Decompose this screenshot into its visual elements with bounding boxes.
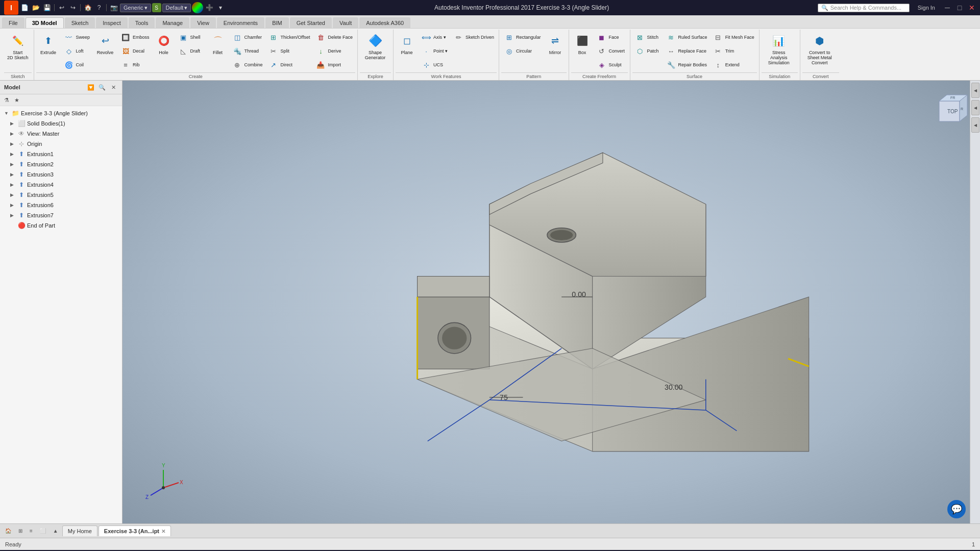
ruled-surface-button[interactable]: ≋ Ruled Surface xyxy=(664,31,710,44)
stitch-button[interactable]: ⊠ Stitch xyxy=(632,31,663,44)
shell-button[interactable]: ▣ Shell xyxy=(176,31,206,44)
default-dropdown-icon[interactable]: ▾ xyxy=(184,5,187,11)
expander-solid-bodies[interactable]: ▶ xyxy=(10,121,17,126)
undo-button[interactable]: ↩ xyxy=(57,3,67,13)
bookmark-icon[interactable]: ★ xyxy=(12,95,21,105)
tree-item-extrusion2[interactable]: ▶ ⬆ Extrusion2 xyxy=(0,159,122,169)
box-button[interactable]: ⬛ Box xyxy=(571,31,594,57)
close-panel-button[interactable]: ✕ xyxy=(109,83,118,92)
app-menu-button[interactable]: I xyxy=(4,1,18,15)
stress-analysis-button[interactable]: 📊 StressAnalysisSimulation xyxy=(762,31,796,67)
tab-inspect[interactable]: Inspect xyxy=(96,17,127,28)
fillet-button[interactable]: ⌒ Fillet xyxy=(207,31,229,57)
tab-environments[interactable]: Environments xyxy=(217,17,264,28)
tab-manage[interactable]: Manage xyxy=(156,17,189,28)
rs-button-1[interactable]: ◀ xyxy=(971,83,979,98)
revolve-button[interactable]: ↩ Revolve xyxy=(93,31,117,57)
tab-sketch[interactable]: Sketch xyxy=(65,17,95,28)
emboss-button[interactable]: 🔲 Emboss xyxy=(118,31,152,44)
point-button[interactable]: · Point ▾ xyxy=(419,44,450,58)
patch-button[interactable]: ⬡ Patch xyxy=(632,44,663,58)
convert-sheet-metal-button[interactable]: ⬢ Convert toSheet MetalConvert xyxy=(802,31,837,67)
expander-extrusion7[interactable]: ▶ xyxy=(10,213,17,218)
open-button[interactable]: 📂 xyxy=(31,3,41,13)
rib-button[interactable]: ≡ Rib xyxy=(118,58,152,71)
trim-button[interactable]: ✂ Trim xyxy=(710,44,757,58)
repair-bodies-button[interactable]: 🔧 Repair Bodies xyxy=(664,58,710,71)
tree-item-extrusion3[interactable]: ▶ ⬆ Extrusion3 xyxy=(0,169,122,180)
tab-bim[interactable]: BIM xyxy=(265,17,289,28)
camera-button[interactable]: 📷 xyxy=(109,3,119,13)
tab-expand-icon[interactable]: ⬜ xyxy=(37,526,49,536)
sweep-button[interactable]: 〰 Sweep xyxy=(61,31,93,44)
tree-item-extrusion1[interactable]: ▶ ⬆ Extrusion1 xyxy=(0,149,122,159)
draft-button[interactable]: ◺ Draft xyxy=(176,44,206,58)
tab-autodesk-a360[interactable]: Autodesk A360 xyxy=(359,17,410,28)
tab-vault[interactable]: Vault xyxy=(333,17,358,28)
loft-button[interactable]: ◇ Loft xyxy=(61,44,93,58)
chamfer-button[interactable]: ◫ Chamfer xyxy=(230,31,265,44)
hole-button[interactable]: ⭕ Hole xyxy=(153,31,175,57)
expander-root[interactable]: ▼ xyxy=(4,111,11,116)
tab-tools[interactable]: Tools xyxy=(129,17,155,28)
direct-button[interactable]: ↗ Direct xyxy=(266,58,313,71)
tab-exercise-3-3[interactable]: Exercise 3-3 (An...ipt ✕ xyxy=(99,525,171,536)
tree-item-end-of-part[interactable]: ▶ 🔴 End of Part xyxy=(0,220,122,231)
coil-button[interactable]: 🌀 Coil xyxy=(61,58,93,71)
expander-extrusion4[interactable]: ▶ xyxy=(10,182,17,187)
import-button[interactable]: 📥 Import xyxy=(313,58,355,71)
convert-freeform-button[interactable]: ↺ Convert xyxy=(594,44,628,58)
tree-item-origin[interactable]: ▶ ⊹ Origin xyxy=(0,139,122,149)
ucs-button[interactable]: ⊹ UCS xyxy=(419,58,450,71)
expander-extrusion6[interactable]: ▶ xyxy=(10,203,17,208)
tree-item-root[interactable]: ▼ 📁 Exercise 3-3 (Angle Slider) xyxy=(0,108,122,118)
new-button[interactable]: 📄 xyxy=(19,3,30,13)
expander-extrusion3[interactable]: ▶ xyxy=(10,172,17,177)
expander-extrusion2[interactable]: ▶ xyxy=(10,162,17,167)
axis-button[interactable]: ⟺ Axis ▾ xyxy=(419,31,450,44)
tab-view[interactable]: View xyxy=(190,17,216,28)
add-button[interactable]: ➕ xyxy=(204,3,214,13)
viewport[interactable]: 0.00 75 30.00 TOP R FR xyxy=(122,81,980,523)
shape-generator-button[interactable]: 🔷 ShapeGenerator xyxy=(360,31,390,62)
online-help-button[interactable]: 💬 xyxy=(947,500,966,518)
expander-extrusion1[interactable]: ▶ xyxy=(10,152,17,157)
tree-item-extrusion5[interactable]: ▶ ⬆ Extrusion5 xyxy=(0,190,122,200)
thread-button[interactable]: 🔩 Thread xyxy=(230,44,265,58)
tree-item-extrusion4[interactable]: ▶ ⬆ Extrusion4 xyxy=(0,180,122,190)
extrude-button[interactable]: ⬆ Extrude xyxy=(36,31,61,57)
tab-arrow-icon[interactable]: ▲ xyxy=(50,526,61,536)
tab-grid-icon[interactable]: ⊞ xyxy=(15,526,26,536)
tree-item-extrusion7[interactable]: ▶ ⬆ Extrusion7 xyxy=(0,210,122,220)
sign-in-button[interactable]: Sign In xyxy=(918,5,935,11)
tab-my-home[interactable]: My Home xyxy=(62,525,97,536)
sketch-driven-button[interactable]: ✏ Sketch Driven xyxy=(451,31,497,44)
extend-button[interactable]: ↕ Extend xyxy=(710,58,757,71)
expander-origin[interactable]: ▶ xyxy=(10,141,17,146)
plane-button[interactable]: ◻ Plane xyxy=(396,31,418,57)
combine-button[interactable]: ⊕ Combine xyxy=(230,58,265,71)
generic-dropdown-icon[interactable]: ▾ xyxy=(144,5,148,11)
rs-button-3[interactable]: ◀ xyxy=(971,117,979,133)
start-2d-sketch-button[interactable]: ✏️ Start2D Sketch xyxy=(4,31,32,62)
expander-view-master[interactable]: ▶ xyxy=(10,131,17,136)
face-button[interactable]: ◼ Face xyxy=(594,31,628,44)
rs-button-2[interactable]: ◀ xyxy=(971,100,979,115)
tab-get-started[interactable]: Get Started xyxy=(290,17,332,28)
home-button[interactable]: 🏠 xyxy=(83,3,93,13)
filter-button[interactable]: 🔽 xyxy=(86,83,95,92)
circular-button[interactable]: ◎ Circular xyxy=(501,44,544,58)
decal-button[interactable]: 🖼 Decal xyxy=(118,44,152,58)
minimize-button[interactable]: ─ xyxy=(943,4,951,12)
sculpt-button[interactable]: ◈ Sculpt xyxy=(594,58,628,71)
filter-icon[interactable]: ⚗ xyxy=(2,95,11,105)
tab-3d-model[interactable]: 3D Model xyxy=(26,17,64,28)
thicken-offset-button[interactable]: ⊞ Thicken/Offset xyxy=(266,31,313,44)
search-tree-button[interactable]: 🔍 xyxy=(97,83,107,92)
replace-face-button[interactable]: ↔ Replace Face xyxy=(664,44,710,58)
mirror-button[interactable]: ⇌ Mirror xyxy=(544,31,567,57)
expander-extrusion5[interactable]: ▶ xyxy=(10,192,17,197)
color-button[interactable] xyxy=(192,2,203,13)
tab-list-icon[interactable]: ≡ xyxy=(27,526,36,536)
delete-face-button[interactable]: 🗑 Delete Face xyxy=(313,31,355,44)
